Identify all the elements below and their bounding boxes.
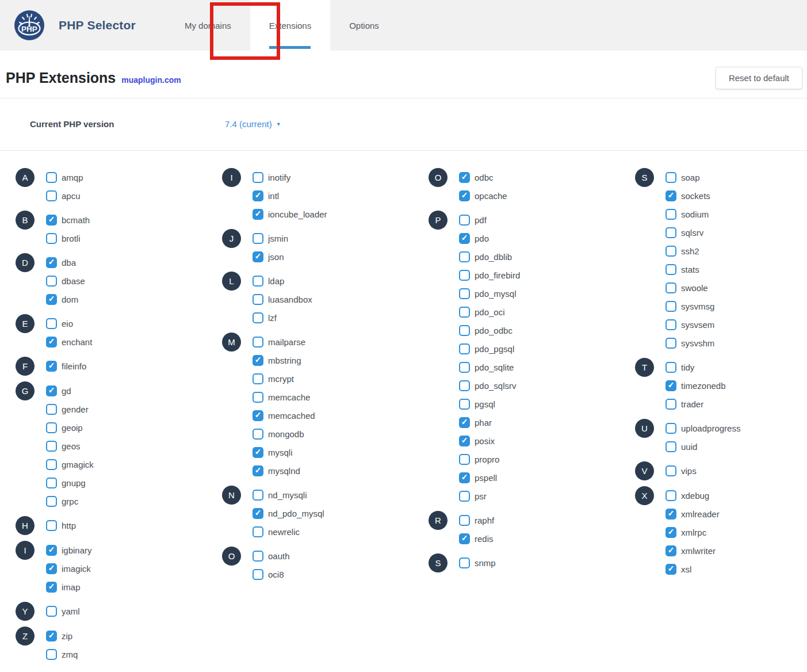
extension-item-sysvshm[interactable]: ✓sysvshm xyxy=(666,334,714,352)
extension-item-sysvsem[interactable]: ✓sysvsem xyxy=(666,315,714,334)
extension-item-pspell[interactable]: ✓pspell xyxy=(459,468,520,487)
checkbox-tidy-unchecked[interactable]: ✓ xyxy=(666,362,676,373)
checkbox-grpc-unchecked[interactable]: ✓ xyxy=(46,496,57,507)
extension-item-imap[interactable]: ✓imap xyxy=(46,578,92,596)
checkbox-brotli-unchecked[interactable]: ✓ xyxy=(46,233,57,244)
tab-my-domains[interactable]: My domains xyxy=(166,0,250,51)
checkbox-swoole-unchecked[interactable]: ✓ xyxy=(666,282,676,293)
extension-item-nd_pdo_mysql[interactable]: ✓nd_pdo_mysql xyxy=(253,504,324,522)
extension-item-mongodb[interactable]: ✓mongodb xyxy=(253,425,315,443)
checkbox-mbstring-checked[interactable]: ✓ xyxy=(253,355,263,366)
extension-item-pdo_pgsql[interactable]: ✓pdo_pgsql xyxy=(459,339,520,358)
checkbox-pdo_pgsql-unchecked[interactable]: ✓ xyxy=(459,343,470,354)
checkbox-xmlwriter-checked[interactable]: ✓ xyxy=(666,545,676,556)
extension-item-redis[interactable]: ✓redis xyxy=(459,529,494,548)
checkbox-ldap-unchecked[interactable]: ✓ xyxy=(253,276,263,287)
checkbox-zmq-unchecked[interactable]: ✓ xyxy=(46,649,57,660)
extension-item-swoole[interactable]: ✓swoole xyxy=(666,278,714,297)
checkbox-snmp-unchecked[interactable]: ✓ xyxy=(459,558,470,568)
extension-item-brotli[interactable]: ✓brotli xyxy=(46,229,90,247)
checkbox-dbase-unchecked[interactable]: ✓ xyxy=(46,276,57,287)
checkbox-sockets-checked[interactable]: ✓ xyxy=(666,190,676,201)
checkbox-timezonedb-checked[interactable]: ✓ xyxy=(666,380,676,391)
checkbox-sysvshm-unchecked[interactable]: ✓ xyxy=(666,338,676,349)
checkbox-imap-checked[interactable]: ✓ xyxy=(46,582,57,593)
extension-item-ioncube_loader[interactable]: ✓ioncube_loader xyxy=(253,205,327,223)
checkbox-memcache-unchecked[interactable]: ✓ xyxy=(253,392,263,403)
tab-extensions[interactable]: Extensions xyxy=(250,0,330,51)
extension-item-xsl[interactable]: ✓xsl xyxy=(666,560,720,578)
extension-item-oauth[interactable]: ✓oauth xyxy=(253,547,290,565)
extension-item-pdo[interactable]: ✓pdo xyxy=(459,229,520,247)
checkbox-pdo_sqlsrv-unchecked[interactable]: ✓ xyxy=(459,380,470,391)
checkbox-mcrypt-unchecked[interactable]: ✓ xyxy=(253,373,263,384)
extension-item-pdo_dblib[interactable]: ✓pdo_dblib xyxy=(459,247,520,266)
checkbox-redis-checked[interactable]: ✓ xyxy=(459,533,470,544)
extension-item-pdf[interactable]: ✓pdf xyxy=(459,211,520,229)
extension-item-sysvmsg[interactable]: ✓sysvmsg xyxy=(666,297,714,315)
checkbox-luasandbox-unchecked[interactable]: ✓ xyxy=(253,294,263,305)
checkbox-opcache-checked[interactable]: ✓ xyxy=(459,190,470,201)
extension-item-zmq[interactable]: ✓zmq xyxy=(46,645,78,663)
extension-item-propro[interactable]: ✓propro xyxy=(459,450,520,468)
checkbox-json-checked[interactable]: ✓ xyxy=(253,251,263,262)
checkbox-xmlreader-checked[interactable]: ✓ xyxy=(666,509,676,520)
checkbox-xdebug-unchecked[interactable]: ✓ xyxy=(666,490,676,501)
checkbox-memcached-checked[interactable]: ✓ xyxy=(253,410,263,421)
extension-item-eio[interactable]: ✓eio xyxy=(46,314,92,333)
extension-item-newrelic[interactable]: ✓newrelic xyxy=(253,522,324,541)
extension-item-gd[interactable]: ✓gd xyxy=(46,381,94,400)
checkbox-oauth-unchecked[interactable]: ✓ xyxy=(253,551,263,562)
checkbox-posix-checked[interactable]: ✓ xyxy=(459,436,470,446)
checkbox-xmlrpc-checked[interactable]: ✓ xyxy=(666,527,676,538)
extension-item-pdo_mysql[interactable]: ✓pdo_mysql xyxy=(459,284,520,303)
extension-item-phar[interactable]: ✓phar xyxy=(459,413,520,432)
checkbox-bcmath-checked[interactable]: ✓ xyxy=(46,215,57,226)
checkbox-uploadprogress-unchecked[interactable]: ✓ xyxy=(666,423,676,434)
extension-item-nd_mysqli[interactable]: ✓nd_mysqli xyxy=(253,486,324,504)
extension-item-opcache[interactable]: ✓opcache xyxy=(459,186,507,205)
extension-item-memcache[interactable]: ✓memcache xyxy=(253,388,315,406)
extension-item-timezonedb[interactable]: ✓timezonedb xyxy=(666,376,726,395)
extension-item-pdo_sqlite[interactable]: ✓pdo_sqlite xyxy=(459,358,520,376)
extension-item-geos[interactable]: ✓geos xyxy=(46,437,94,455)
checkbox-enchant-checked[interactable]: ✓ xyxy=(46,337,57,348)
checkbox-dom-checked[interactable]: ✓ xyxy=(46,294,57,305)
checkbox-dba-checked[interactable]: ✓ xyxy=(46,257,57,268)
extension-item-apcu[interactable]: ✓apcu xyxy=(46,186,83,205)
checkbox-vips-unchecked[interactable]: ✓ xyxy=(666,465,676,476)
extension-item-gender[interactable]: ✓gender xyxy=(46,400,94,418)
extension-item-tidy[interactable]: ✓tidy xyxy=(666,358,726,376)
extension-item-luasandbox[interactable]: ✓luasandbox xyxy=(253,290,312,308)
checkbox-jsmin-unchecked[interactable]: ✓ xyxy=(253,233,263,244)
extension-item-zip[interactable]: ✓zip xyxy=(46,627,78,645)
checkbox-sysvmsg-unchecked[interactable]: ✓ xyxy=(666,301,676,312)
extension-item-gmagick[interactable]: ✓gmagick xyxy=(46,455,94,474)
extension-item-dbase[interactable]: ✓dbase xyxy=(46,272,85,290)
tab-options[interactable]: Options xyxy=(330,0,398,51)
extension-item-enchant[interactable]: ✓enchant xyxy=(46,333,92,351)
checkbox-gnupg-unchecked[interactable]: ✓ xyxy=(46,478,57,488)
extension-item-dba[interactable]: ✓dba xyxy=(46,253,85,272)
checkbox-pgsql-unchecked[interactable]: ✓ xyxy=(459,399,470,410)
extension-item-ldap[interactable]: ✓ldap xyxy=(253,272,312,290)
extension-item-dom[interactable]: ✓dom xyxy=(46,290,85,308)
extension-item-xmlwriter[interactable]: ✓xmlwriter xyxy=(666,541,720,560)
extension-item-mysqlnd[interactable]: ✓mysqlnd xyxy=(253,461,315,480)
extension-item-pdo_sqlsrv[interactable]: ✓pdo_sqlsrv xyxy=(459,376,520,395)
extension-item-fileinfo[interactable]: ✓fileinfo xyxy=(46,357,86,375)
extension-item-memcached[interactable]: ✓memcached xyxy=(253,406,315,425)
extension-item-sockets[interactable]: ✓sockets xyxy=(666,186,714,205)
extension-item-stats[interactable]: ✓stats xyxy=(666,260,714,278)
checkbox-pdo-checked[interactable]: ✓ xyxy=(459,233,470,244)
checkbox-xsl-checked[interactable]: ✓ xyxy=(666,564,676,575)
checkbox-apcu-unchecked[interactable]: ✓ xyxy=(46,190,57,201)
extension-item-pdo_firebird[interactable]: ✓pdo_firebird xyxy=(459,266,520,284)
checkbox-soap-unchecked[interactable]: ✓ xyxy=(666,172,676,183)
checkbox-sodium-unchecked[interactable]: ✓ xyxy=(666,209,676,220)
checkbox-eio-unchecked[interactable]: ✓ xyxy=(46,318,57,329)
checkbox-newrelic-unchecked[interactable]: ✓ xyxy=(253,526,263,537)
checkbox-psr-unchecked[interactable]: ✓ xyxy=(459,491,470,502)
extension-item-uploadprogress[interactable]: ✓uploadprogress xyxy=(666,419,740,437)
checkbox-mysqli-checked[interactable]: ✓ xyxy=(253,447,263,458)
